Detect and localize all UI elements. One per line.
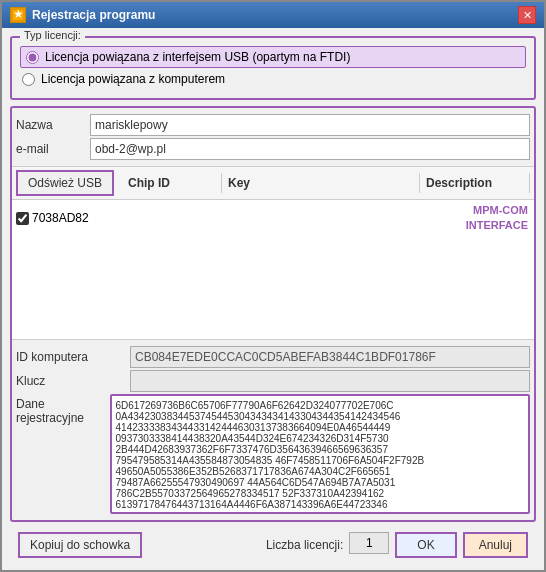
license-group-label: Typ licencji: bbox=[20, 29, 85, 41]
license-usb-radio[interactable] bbox=[26, 51, 39, 64]
table-row: 7038AD82 MPM-COMINTERFACE bbox=[12, 200, 534, 237]
klucz-row: Klucz bbox=[16, 370, 530, 392]
close-button[interactable]: ✕ bbox=[518, 6, 536, 24]
refresh-usb-button[interactable]: Odśwież USB bbox=[16, 170, 114, 196]
cancel-button[interactable]: Anuluj bbox=[463, 532, 528, 558]
th-desc: Description bbox=[420, 173, 530, 193]
svg-text:★: ★ bbox=[13, 8, 24, 21]
license-pc-label: Licencja powiązana z komputerem bbox=[41, 72, 225, 86]
liczba-licencji-label: Liczba licencji: bbox=[266, 538, 343, 552]
license-group: Typ licencji: Licencja powiązana z inter… bbox=[10, 36, 536, 100]
id-komputera-input bbox=[130, 346, 530, 368]
dane-label: Dane rejestracyjne bbox=[16, 394, 106, 425]
liczba-licencji-input bbox=[349, 532, 389, 554]
id-komputera-row: ID komputera bbox=[16, 346, 530, 368]
license-pc-radio[interactable] bbox=[22, 73, 35, 86]
bottom-bar: Kopiuj do schowka Liczba licencji: OK An… bbox=[10, 528, 536, 562]
row-checkbox[interactable] bbox=[16, 212, 29, 225]
chipid-value: 7038AD82 bbox=[32, 211, 89, 225]
dane-textarea[interactable]: 6D617269736B6C65706F77790A6F62642D324077… bbox=[110, 394, 530, 514]
nazwa-row: Nazwa bbox=[16, 114, 530, 136]
table-section: Odśwież USB Chip ID Key Description 7038… bbox=[12, 167, 534, 339]
main-window: ★ Rejestracja programu ✕ Typ licencji: L… bbox=[0, 0, 546, 572]
bottom-fields: ID komputera Klucz Dane rejestracyjne 6D… bbox=[12, 339, 534, 520]
td-desc: MPM-COMINTERFACE bbox=[424, 200, 534, 237]
nazwa-input[interactable] bbox=[90, 114, 530, 136]
th-chipid: Chip ID bbox=[122, 173, 222, 193]
dane-row: Dane rejestracyjne 6D617269736B6C65706F7… bbox=[16, 394, 530, 514]
license-usb-label: Licencja powiązana z interfejsem USB (op… bbox=[45, 50, 350, 64]
id-komputera-label: ID komputera bbox=[16, 350, 126, 364]
table-body: 7038AD82 MPM-COMINTERFACE bbox=[12, 200, 534, 339]
copy-button[interactable]: Kopiuj do schowka bbox=[18, 532, 142, 558]
license-pc-option[interactable]: Licencja powiązana z komputerem bbox=[20, 68, 526, 90]
email-label: e-mail bbox=[16, 142, 86, 156]
fields-section: Nazwa e-mail bbox=[12, 108, 534, 167]
desc-value: MPM-COMINTERFACE bbox=[466, 204, 528, 231]
main-area: Nazwa e-mail Odśwież USB Chip ID Key Des… bbox=[10, 106, 536, 522]
content-area: Typ licencji: Licencja powiązana z inter… bbox=[2, 28, 544, 570]
email-input[interactable] bbox=[90, 138, 530, 160]
klucz-input[interactable] bbox=[130, 370, 530, 392]
email-row: e-mail bbox=[16, 138, 530, 160]
ok-button[interactable]: OK bbox=[395, 532, 456, 558]
titlebar: ★ Rejestracja programu ✕ bbox=[2, 2, 544, 28]
nazwa-label: Nazwa bbox=[16, 118, 86, 132]
td-chipid: 7038AD82 bbox=[12, 208, 112, 228]
window-title: Rejestracja programu bbox=[32, 8, 155, 22]
table-headers-row: Chip ID Key Description bbox=[114, 173, 530, 193]
bottom-bar-right: Liczba licencji: OK Anuluj bbox=[266, 532, 528, 558]
license-usb-option[interactable]: Licencja powiązana z interfejsem USB (op… bbox=[20, 46, 526, 68]
table-toolbar: Odśwież USB Chip ID Key Description bbox=[12, 167, 534, 200]
klucz-label: Klucz bbox=[16, 374, 126, 388]
app-icon: ★ bbox=[10, 7, 26, 23]
titlebar-left: ★ Rejestracja programu bbox=[10, 7, 155, 23]
td-key bbox=[112, 215, 424, 221]
th-key: Key bbox=[222, 173, 420, 193]
